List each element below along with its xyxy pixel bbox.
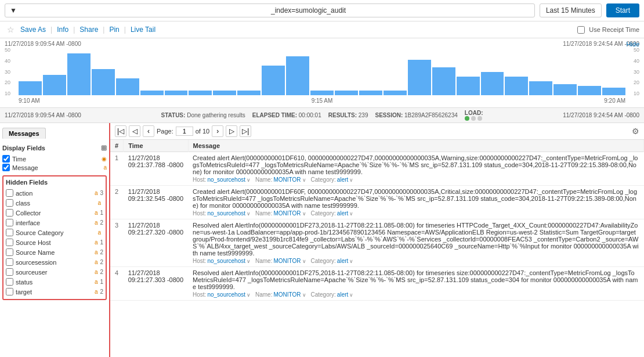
- hidden-field-checkbox[interactable]: [6, 248, 13, 256]
- dot-1: [465, 116, 469, 121]
- display-fields-list: Time◉Messagea: [2, 154, 107, 172]
- histogram-bar: [189, 91, 212, 95]
- histogram-bar: [213, 91, 236, 95]
- hidden-field-checkbox[interactable]: [6, 199, 13, 207]
- page-input[interactable]: [176, 127, 193, 136]
- start-button[interactable]: Start: [606, 3, 639, 17]
- use-receipt-time-checkbox[interactable]: [577, 26, 585, 34]
- field-tag: a: [103, 164, 107, 171]
- query-dropdown[interactable]: ▼ _index=sumologic_audit: [5, 3, 535, 17]
- category-value[interactable]: alert: [337, 258, 348, 264]
- host-value[interactable]: no_sourcehost: [207, 176, 245, 183]
- hidden-field-row: Source Namea2: [6, 247, 103, 257]
- next-page-button[interactable]: ▷: [226, 125, 237, 137]
- category-item: Category: alert∨: [311, 210, 354, 217]
- hidden-field-name: action: [16, 190, 92, 197]
- hidden-field-row: Collectora1: [6, 208, 103, 218]
- field-checkbox[interactable]: [2, 164, 10, 171]
- share-link[interactable]: Share: [77, 24, 100, 35]
- histogram-bars: [19, 49, 625, 95]
- col-time: Time: [124, 140, 188, 152]
- hidden-field-count: 2: [100, 269, 103, 275]
- table-header-row: # Time Message: [110, 140, 644, 152]
- category-value[interactable]: alert: [337, 210, 348, 217]
- info-link[interactable]: Info: [55, 24, 71, 35]
- hidden-field-checkbox[interactable]: [6, 239, 13, 246]
- use-receipt-time-label: Use Receipt Time: [589, 26, 639, 33]
- live-tail-link[interactable]: Live Tail: [128, 24, 158, 35]
- star-icon[interactable]: ☆: [5, 24, 17, 35]
- status-center: STATUS: Done gathering results ELAPSED T…: [161, 110, 483, 121]
- messages-tab[interactable]: Messages: [2, 128, 46, 139]
- col-num: #: [110, 140, 124, 152]
- host-value[interactable]: no_sourcehost: [207, 291, 245, 298]
- hidden-field-checkbox[interactable]: [6, 189, 13, 197]
- hidden-field-checkbox[interactable]: [6, 278, 13, 286]
- hidden-field-tag: a: [95, 190, 98, 196]
- message-text: Created alert Alert(00000000001DF610, 00…: [193, 154, 639, 175]
- prev-page-button[interactable]: ◁: [129, 125, 140, 137]
- category-value[interactable]: alert: [337, 176, 348, 183]
- hidden-field-name: class: [16, 200, 95, 207]
- x-axis-labels: 9:10 AM 9:15 AM 9:20 AM: [5, 96, 639, 105]
- field-tag: ◉: [102, 156, 107, 162]
- field-checkbox[interactable]: [2, 155, 10, 163]
- hidden-field-checkbox[interactable]: [6, 219, 13, 226]
- row-number: 3: [110, 219, 124, 267]
- hidden-field-row: Source Categorya: [6, 228, 103, 237]
- hidden-fields-section: Hidden Fields actiona3classaCollectora1i…: [2, 175, 107, 300]
- name-item: Name: MONITOR∨: [255, 176, 306, 183]
- host-value[interactable]: no_sourcehost: [207, 210, 245, 217]
- hidden-field-tag: a: [95, 259, 98, 265]
- histogram-bar: [116, 78, 139, 95]
- category-value[interactable]: alert: [337, 291, 348, 298]
- display-field-row: Time◉: [2, 154, 107, 163]
- hidden-field-checkbox[interactable]: [6, 258, 13, 266]
- right-panel: |◁ ◁ ‹ Page: of 10 › ▷ ▷| ⚙ # Time Messa…: [110, 123, 644, 357]
- last-page-button[interactable]: ▷|: [240, 125, 251, 137]
- pin-link[interactable]: Pin: [107, 24, 121, 35]
- histogram-bar: [310, 91, 334, 95]
- histogram-bar: [165, 91, 188, 95]
- hidden-field-checkbox[interactable]: [6, 268, 13, 276]
- histogram-bar: [67, 53, 91, 95]
- hidden-field-row: interfacea2: [6, 218, 103, 228]
- time-range-selector[interactable]: Last 15 Minutes: [540, 3, 602, 17]
- name-item: Name: MONITOR∨: [255, 291, 306, 298]
- histogram-bar: [237, 91, 261, 95]
- next-button[interactable]: ›: [212, 125, 223, 137]
- settings-gear-icon[interactable]: ⚙: [632, 127, 639, 136]
- hidden-field-name: sourceuser: [16, 269, 92, 276]
- hidden-field-row: Source Hosta1: [6, 237, 103, 247]
- row-time: 11/27/201809:21:27.303 -0800: [124, 267, 188, 301]
- hidden-field-checkbox[interactable]: [6, 288, 13, 295]
- hidden-field-name: target: [16, 289, 92, 295]
- first-page-button[interactable]: |◁: [115, 125, 126, 137]
- status-value: Done gathering results: [187, 112, 245, 118]
- hidden-field-count: 2: [100, 249, 103, 255]
- histogram-bar: [578, 86, 601, 95]
- results-label: RESULTS:: [328, 112, 357, 118]
- name-value[interactable]: MONITOR: [273, 176, 301, 183]
- name-value[interactable]: MONITOR: [273, 210, 301, 217]
- row-number: 4: [110, 267, 124, 301]
- name-value[interactable]: MONITOR: [273, 291, 301, 298]
- host-value[interactable]: no_sourcehost: [207, 258, 245, 264]
- hidden-field-checkbox[interactable]: [6, 229, 13, 236]
- hidden-field-checkbox[interactable]: [6, 209, 13, 217]
- histogram-timestamps: 11/27/2018 9:09:54 AM -0800 11/27/2018 9…: [5, 41, 639, 47]
- host-item: Host: no_sourcehost∨: [193, 258, 251, 264]
- status-label: STATUS:: [161, 112, 186, 118]
- hidden-field-count: 3: [100, 190, 103, 196]
- histogram-chart: 5040302010 5040302010: [5, 47, 639, 96]
- prev-button[interactable]: ‹: [143, 125, 154, 137]
- col-message: Message: [188, 140, 643, 152]
- hidden-field-tag: a: [95, 289, 98, 295]
- hidden-field-name: Collector: [16, 210, 92, 217]
- query-text: _index=sumologic_audit: [271, 6, 530, 15]
- display-fields-icon[interactable]: ⊞: [101, 144, 107, 152]
- histogram-bar: [553, 84, 577, 95]
- hidden-field-tag: a: [97, 200, 101, 206]
- name-value[interactable]: MONITOR: [273, 258, 301, 264]
- save-as-link[interactable]: Save As: [18, 24, 48, 35]
